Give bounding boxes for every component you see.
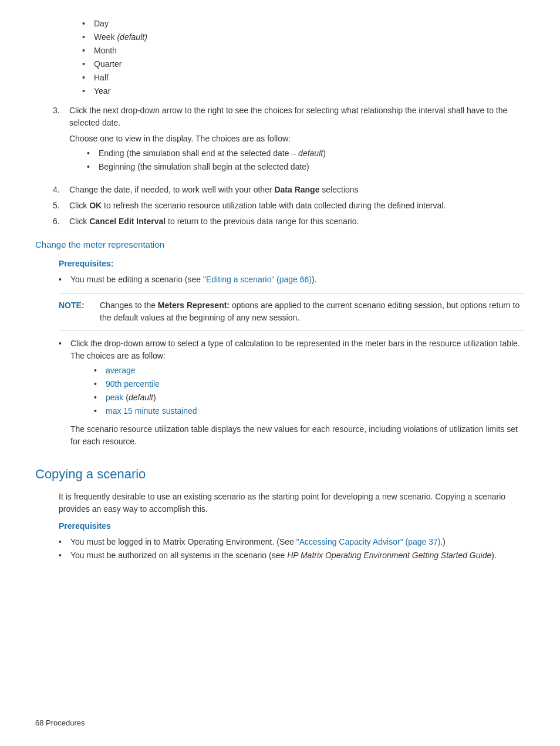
step-5: 5. Click OK to refresh the scenario reso… [53,200,525,212]
choice-90th-link[interactable]: 90th percentile [106,379,160,389]
change-meter-section: Change the meter representation Prerequi… [35,238,525,448]
list-item: You must be editing a scenario (see "Edi… [59,274,525,286]
note-box: NOTE: Changes to the Meters Represent: o… [59,293,525,330]
list-item: Year [82,85,525,97]
copying-intro: It is frequently desirable to use an exi… [59,491,525,515]
choice-average-link[interactable]: average [106,366,136,375]
capacity-advisor-link[interactable]: "Accessing Capacity Advisor" (page 37) [296,537,441,546]
list-item: Ending (the simulation shall end at the … [87,147,525,160]
list-item: max 15 minute sustained [94,405,525,417]
list-item: Day [82,18,525,30]
page-footer: 68 Procedures [35,717,85,729]
top-bullet-list: Day Week (default) Month Quarter Half Ye… [82,18,525,97]
list-item: Half [82,72,525,84]
step-number: 5. [53,200,65,212]
steps-section: 3. Click the next drop-down arrow to the… [53,104,525,228]
list-item: Quarter [82,58,525,70]
step-number: 3. [53,104,65,179]
list-item: average [94,364,525,377]
conclusion-text: The scenario resource utilization table … [70,423,525,448]
copying-scenario-section: Copying a scenario It is frequently desi… [35,464,525,562]
step-content: Change the date, if needed, to work well… [69,184,359,196]
change-meter-heading: Change the meter representation [35,238,525,252]
list-item: You must be authorized on all systems in… [59,549,525,562]
step-number: 6. [53,215,65,228]
copying-prerequisites-label: Prerequisites [59,520,525,532]
copying-prereqs-list: You must be logged in to Matrix Operatin… [59,536,525,562]
list-item: You must be logged in to Matrix Operatin… [59,536,525,548]
meter-body-list: Click the drop-down arrow to select a ty… [59,337,525,448]
list-item: Month [82,45,525,57]
editing-scenario-link[interactable]: "Editing a scenario" (page 66) [203,275,312,284]
step-number: 4. [53,184,65,196]
prerequisites-line: Prerequisites: [59,258,525,270]
prerequisites-list: You must be editing a scenario (see "Edi… [59,274,525,286]
choice-max-link[interactable]: max 15 minute sustained [106,406,197,416]
list-item: 90th percentile [94,378,525,390]
choices-list: average 90th percentile peak (default) m… [94,364,525,417]
step-3: 3. Click the next drop-down arrow to the… [53,104,525,179]
step-content: Click the next drop-down arrow to the ri… [69,104,525,179]
step3-subitems: Ending (the simulation shall end at the … [87,147,525,173]
copying-scenario-heading: Copying a scenario [35,464,525,484]
copying-scenario-body: It is frequently desirable to use an exi… [59,491,525,562]
list-item: Week (default) [82,31,525,43]
choice-peak-link[interactable]: peak [106,393,123,402]
list-item: Click the drop-down arrow to select a ty… [59,337,525,448]
list-item: peak (default) [94,391,525,404]
step-4: 4. Change the date, if needed, to work w… [53,184,525,196]
page: Day Week (default) Month Quarter Half Ye… [0,0,560,746]
list-item: Beginning (the simulation shall begin at… [87,161,525,173]
step-6: 6. Click Cancel Edit Interval to return … [53,215,525,228]
change-meter-body: Prerequisites: You must be editing a sce… [59,258,525,448]
step-content: Click Cancel Edit Interval to return to … [69,215,359,228]
step-content: Click OK to refresh the scenario resourc… [69,200,446,212]
